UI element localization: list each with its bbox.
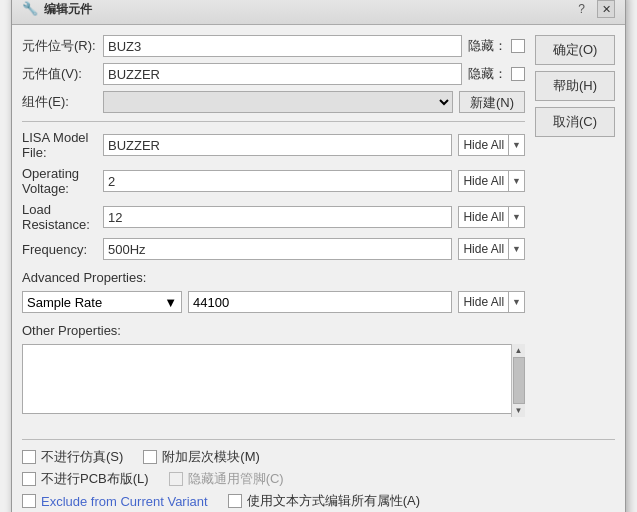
sample-rate-arrow[interactable]: ▼: [164, 295, 177, 310]
no-sim-label: 不进行仿真(S): [41, 448, 123, 466]
side-buttons: 确定(O) 帮助(H) 取消(C): [535, 35, 615, 417]
hide-pin-checkbox[interactable]: [169, 472, 183, 486]
scroll-thumb[interactable]: [513, 357, 525, 404]
lisa-label: LISA Model File:: [22, 130, 97, 160]
exclude-variant-item: Exclude from Current Variant: [22, 494, 208, 509]
scrollbar[interactable]: ▲ ▼: [511, 344, 525, 417]
dialog-body: 元件位号(R): 隐藏： 元件值(V): 隐藏： 组件(E):: [12, 25, 625, 427]
other-textarea-container: ▲ ▼: [22, 344, 525, 417]
lisa-hide-arrow[interactable]: ▼: [508, 135, 524, 155]
advanced-label: Advanced Properties:: [22, 270, 525, 285]
ok-button[interactable]: 确定(O): [535, 35, 615, 65]
title-bar-left: 🔧 编辑元件: [22, 1, 92, 18]
resistance-hide-text: Hide All: [459, 208, 508, 226]
voltage-hide-select[interactable]: Hide All ▼: [458, 170, 525, 192]
ref-hide-checkbox[interactable]: [511, 39, 525, 53]
group-select[interactable]: [103, 91, 453, 113]
divider-1: [22, 121, 525, 122]
titlebar-help[interactable]: ?: [578, 2, 585, 16]
frequency-hide-text: Hide All: [459, 240, 508, 258]
value-label: 元件值(V):: [22, 65, 97, 83]
value-hide-checkbox[interactable]: [511, 67, 525, 81]
value-hide-section: 隐藏：: [468, 65, 525, 83]
title-bar: 🔧 编辑元件 ? ✕: [12, 0, 625, 25]
scroll-down-icon[interactable]: ▼: [513, 404, 525, 417]
exclude-variant-label: Exclude from Current Variant: [41, 494, 208, 509]
sample-hide-select[interactable]: Hide All ▼: [458, 291, 525, 313]
title-bar-right: ? ✕: [578, 0, 615, 18]
exclude-variant-checkbox[interactable]: [22, 494, 36, 508]
dialog-icon: 🔧: [22, 1, 38, 17]
new-group-button[interactable]: 新建(N): [459, 91, 525, 113]
voltage-hide-arrow[interactable]: ▼: [508, 171, 524, 191]
close-button[interactable]: ✕: [597, 0, 615, 18]
value-hide-label: 隐藏：: [468, 65, 507, 83]
resistance-row: Load Resistance: Hide All ▼: [22, 202, 525, 232]
add-module-label: 附加层次模块(M): [162, 448, 260, 466]
lisa-hide-text: Hide All: [459, 136, 508, 154]
dialog-title: 编辑元件: [44, 1, 92, 18]
voltage-input[interactable]: [103, 170, 452, 192]
advanced-row: Sample Rate ▼ Hide All ▼: [22, 291, 525, 313]
ref-hide-section: 隐藏：: [468, 37, 525, 55]
group-label: 组件(E):: [22, 93, 97, 111]
sample-hide-text: Hide All: [459, 293, 508, 311]
other-textarea[interactable]: [22, 344, 525, 414]
sample-rate-input[interactable]: [188, 291, 452, 313]
scroll-up-icon[interactable]: ▲: [513, 344, 525, 357]
no-sim-item: 不进行仿真(S): [22, 448, 123, 466]
ref-hide-label: 隐藏：: [468, 37, 507, 55]
resistance-hide-arrow[interactable]: ▼: [508, 207, 524, 227]
dialog-window: 🔧 编辑元件 ? ✕ 元件位号(R): 隐藏： 元件值(V):: [11, 0, 626, 512]
frequency-hide-select[interactable]: Hide All ▼: [458, 238, 525, 260]
no-sim-checkbox[interactable]: [22, 450, 36, 464]
frequency-input[interactable]: [103, 238, 452, 260]
ref-input[interactable]: [103, 35, 462, 57]
edit-text-checkbox[interactable]: [228, 494, 242, 508]
lisa-row: LISA Model File: Hide All ▼: [22, 130, 525, 160]
no-pcb-item: 不进行PCB布版(L): [22, 470, 149, 488]
resistance-label: Load Resistance:: [22, 202, 97, 232]
voltage-row: Operating Voltage: Hide All ▼: [22, 166, 525, 196]
resistance-input[interactable]: [103, 206, 452, 228]
help-button[interactable]: 帮助(H): [535, 71, 615, 101]
ref-label: 元件位号(R):: [22, 37, 97, 55]
frequency-label: Frequency:: [22, 242, 97, 257]
checkbox-row-1: 不进行仿真(S) 附加层次模块(M): [22, 448, 615, 466]
value-input[interactable]: [103, 63, 462, 85]
checkbox-row-2: 不进行PCB布版(L) 隐藏通用管脚(C): [22, 470, 615, 488]
resistance-hide-select[interactable]: Hide All ▼: [458, 206, 525, 228]
sample-hide-arrow[interactable]: ▼: [508, 292, 524, 312]
frequency-row: Frequency: Hide All ▼: [22, 238, 525, 260]
bottom-section: 不进行仿真(S) 附加层次模块(M) 不进行PCB布版(L) 隐藏通用管脚(C)…: [12, 427, 625, 512]
hide-pin-label: 隐藏通用管脚(C): [188, 470, 284, 488]
cancel-button[interactable]: 取消(C): [535, 107, 615, 137]
other-label: Other Properties:: [22, 323, 525, 338]
edit-text-label: 使用文本方式编辑所有属性(A): [247, 492, 420, 510]
no-pcb-checkbox[interactable]: [22, 472, 36, 486]
voltage-hide-text: Hide All: [459, 172, 508, 190]
form-area: 元件位号(R): 隐藏： 元件值(V): 隐藏： 组件(E):: [22, 35, 525, 417]
add-module-checkbox[interactable]: [143, 450, 157, 464]
add-module-item: 附加层次模块(M): [143, 448, 260, 466]
no-pcb-label: 不进行PCB布版(L): [41, 470, 149, 488]
edit-text-item: 使用文本方式编辑所有属性(A): [228, 492, 420, 510]
hide-pin-item: 隐藏通用管脚(C): [169, 470, 284, 488]
divider-2: [22, 439, 615, 440]
ref-row: 元件位号(R): 隐藏：: [22, 35, 525, 57]
frequency-hide-arrow[interactable]: ▼: [508, 239, 524, 259]
sample-rate-dropdown[interactable]: Sample Rate ▼: [22, 291, 182, 313]
lisa-input[interactable]: [103, 134, 452, 156]
voltage-label: Operating Voltage:: [22, 166, 97, 196]
checkbox-row-3: Exclude from Current Variant 使用文本方式编辑所有属…: [22, 492, 615, 510]
lisa-hide-select[interactable]: Hide All ▼: [458, 134, 525, 156]
value-row: 元件值(V): 隐藏：: [22, 63, 525, 85]
sample-rate-label: Sample Rate: [27, 295, 102, 310]
group-row: 组件(E): 新建(N): [22, 91, 525, 113]
